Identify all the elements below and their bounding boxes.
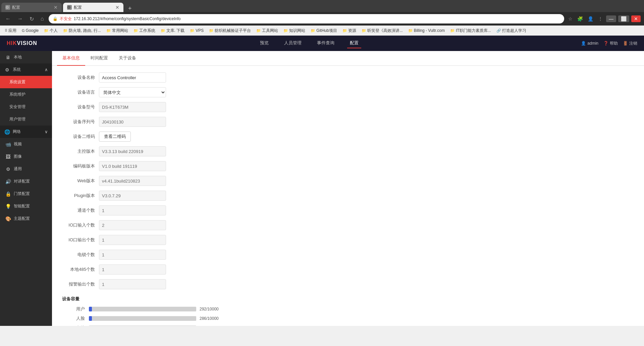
folder-work-icon: 📁	[133, 29, 138, 33]
sidebar-section-system[interactable]: ⚙ 系统 ∧	[0, 63, 52, 76]
form-row-web-version: Web版本	[62, 176, 634, 186]
folder-billing-icon: 📁	[408, 29, 413, 33]
tab-time-config[interactable]: 时间配置	[85, 51, 113, 66]
bookmark-label-it: IT职门能力素质库...	[456, 28, 491, 34]
label-device-name: 设备名称	[62, 75, 99, 81]
gear-icon: ⚙	[4, 67, 10, 72]
bookmark-label-audio: 听笑登《高效演讲...	[367, 28, 403, 34]
forward-button[interactable]: →	[15, 15, 25, 22]
bookmark-personal[interactable]: 📁 个人	[42, 27, 60, 34]
bookmark-google[interactable]: G Google	[20, 28, 41, 34]
tab-about-device[interactable]: 关于设备	[113, 51, 142, 66]
sidebar-label-system-maintenance: 系统维护	[9, 92, 25, 97]
sidebar-item-system-settings[interactable]: 系统设置	[0, 76, 52, 88]
form-row-channel-count: 通道个数	[62, 205, 634, 215]
sidebar-item-general[interactable]: ⚙ 通用	[0, 163, 52, 175]
more-button[interactable]: ⋮	[597, 15, 604, 22]
bookmark-github[interactable]: 📁 GitHub项目	[309, 27, 339, 34]
bookmark-label-work: 工作系统	[139, 28, 155, 34]
sidebar-label-image: 图像	[14, 154, 22, 159]
nav-right: 👤 admin ❓ 帮助 🚪 注销	[581, 41, 637, 46]
bookmark-vps[interactable]: 📁 VPS	[188, 28, 206, 34]
bookmark-it[interactable]: 📁 IT职门能力素质库...	[448, 27, 493, 34]
content-tabs: 基本信息 时间配置 关于设备	[52, 51, 644, 66]
sidebar-label-system-settings: 系统设置	[9, 79, 25, 85]
select-device-lang[interactable]: 简体中文	[99, 87, 166, 97]
bookmark-firewall[interactable]: 📁 防火墙, 路由, 行...	[61, 27, 103, 34]
nav-personnel[interactable]: 人员管理	[281, 38, 304, 48]
folder-library-icon: 📁	[161, 29, 165, 33]
form-container: 设备名称 设备语言 简体中文 设备型号 设备序列号	[52, 66, 644, 326]
close-button[interactable]: ✕	[631, 15, 641, 22]
extensions-button[interactable]: 🧩	[576, 15, 584, 22]
home-button[interactable]: ⌂	[39, 15, 46, 22]
sidebar-item-video[interactable]: 📹 视频	[0, 138, 52, 150]
capacity-text-face: 286/10000	[200, 316, 219, 321]
sidebar-item-intercom[interactable]: 🔊 对讲配置	[0, 175, 52, 188]
sidebar-item-security[interactable]: 安全管理	[0, 101, 52, 113]
capacity-container: 用户 292/10000 人脸 286/10000	[62, 306, 634, 326]
refresh-button[interactable]: ↻	[28, 15, 36, 23]
bookmark-library[interactable]: 📁 文库. 下载	[159, 27, 187, 34]
capacity-bar-user	[89, 307, 92, 311]
restore-button[interactable]: ⬜	[618, 15, 629, 22]
bookmark-superman[interactable]: 🔗 打造超人学习	[494, 27, 528, 34]
sidebar-item-system-maintenance[interactable]: 系统维护	[0, 88, 52, 101]
logout-button[interactable]: 🚪 注销	[623, 41, 637, 46]
minimize-button[interactable]: —	[606, 15, 616, 22]
tab-2[interactable]: ⚙ 配置 ✕	[63, 3, 123, 12]
sidebar-item-user-mgmt[interactable]: 用户管理	[0, 113, 52, 126]
folder-common-icon: 📁	[106, 29, 111, 33]
input-channel-count	[99, 205, 166, 215]
nav-events[interactable]: 事件查询	[314, 38, 337, 48]
input-encode-version	[99, 161, 166, 171]
capacity-row-card: 卡片 1/50000	[62, 325, 634, 326]
nav-config[interactable]: 配置	[347, 38, 361, 48]
bookmark-apps[interactable]: ⠿ 应用	[3, 27, 18, 34]
help-button[interactable]: ❓ 帮助	[603, 41, 618, 46]
form-row-device-model: 设备型号	[62, 102, 634, 112]
label-qr: 设备二维码	[62, 134, 99, 140]
sidebar-label-network: 网络	[13, 129, 21, 135]
sidebar-item-image[interactable]: 🖼 图像	[0, 150, 52, 163]
tab-1[interactable]: ⚙ 配置 ✕	[1, 3, 62, 12]
bookmark-resources[interactable]: 📁 资源	[340, 27, 358, 34]
bookmark-tools[interactable]: 📁 工具网站	[254, 27, 280, 34]
back-button[interactable]: ←	[3, 15, 13, 22]
bookmark-textile[interactable]: 📁 纺织机械验证子平台	[207, 27, 253, 34]
bookmark-common[interactable]: 📁 常用网站	[104, 27, 130, 34]
nav-preview[interactable]: 预览	[257, 38, 271, 48]
bookmark-work[interactable]: 📁 工作系统	[131, 27, 157, 34]
profile-button[interactable]: 👤	[586, 15, 595, 22]
sidebar-item-local[interactable]: 🖥 本地	[0, 51, 52, 63]
bookmark-star-button[interactable]: ☆	[567, 15, 574, 22]
admin-user[interactable]: 👤 admin	[581, 41, 598, 46]
url-box[interactable]: 🔒 不安全 172.16.30.212/#/home/config/system…	[49, 14, 564, 23]
bookmark-knowledge[interactable]: 📁 知识网站	[281, 27, 307, 34]
nav-menu: 预览 人员管理 事件查询 配置	[257, 38, 361, 48]
bookmark-billing[interactable]: 📁 Billing - Vultr.com	[406, 28, 447, 34]
new-tab-button[interactable]: +	[125, 5, 135, 12]
bookmark-label-google: Google	[26, 28, 39, 33]
sidebar-item-access[interactable]: 🔒 门禁配置	[0, 188, 52, 200]
bookmark-audio[interactable]: 📁 听笑登《高效演讲...	[360, 27, 405, 34]
qr-button[interactable]: 查看二维码	[99, 132, 131, 142]
sidebar-section-network[interactable]: 🌐 网络 ∨	[0, 126, 52, 138]
capacity-bar-face	[89, 316, 92, 321]
sidebar-item-smart[interactable]: 💡 智能配置	[0, 200, 52, 212]
bookmark-label-library: 文库. 下载	[166, 28, 185, 34]
form-row-qr: 设备二维码 查看二维码	[62, 132, 634, 142]
google-icon: G	[22, 29, 25, 33]
bookmark-label-vps: VPS	[196, 28, 204, 33]
tab-basic-info[interactable]: 基本信息	[57, 51, 85, 66]
sidebar-label-access: 门禁配置	[14, 191, 30, 197]
logo: HIKVISION	[7, 40, 37, 46]
input-device-name[interactable]	[99, 72, 166, 83]
sidebar-item-theme[interactable]: 🎨 主题配置	[0, 212, 52, 225]
tab-label-2: 配置	[74, 5, 113, 10]
capacity-bar-face-container	[89, 316, 196, 321]
tab-close-1[interactable]: ✕	[54, 5, 58, 10]
form-row-lock-count: 电锁个数	[62, 250, 634, 260]
tab-close-2[interactable]: ✕	[115, 5, 119, 10]
sidebar-label-user-mgmt: 用户管理	[9, 116, 25, 122]
